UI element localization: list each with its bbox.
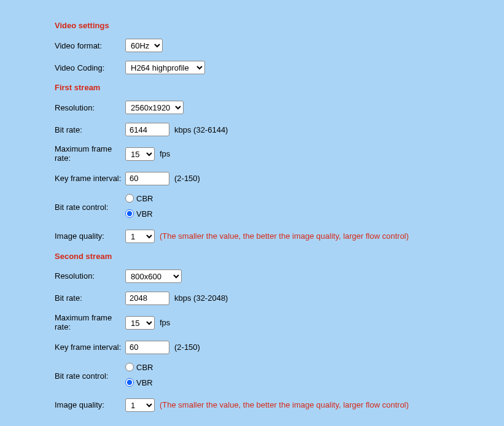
- label-video-coding: Video Coding:: [55, 63, 125, 72]
- label-s1-iq: Image quality:: [55, 231, 125, 241]
- section-header-first-stream: First stream: [55, 83, 504, 92]
- s1-brc-cbr-radio[interactable]: [125, 194, 134, 203]
- s2-fps-hint: fps: [160, 318, 170, 327]
- s2-iq-select[interactable]: 1: [125, 398, 155, 412]
- s1-fps-hint: fps: [160, 149, 170, 158]
- s1-brc-vbr-label: VBR: [136, 209, 153, 219]
- label-s1-resolution: Resolution:: [55, 103, 125, 112]
- s1-maxfr-select[interactable]: 15: [125, 147, 155, 161]
- s1-bitrate-input[interactable]: [125, 123, 169, 136]
- section-header-second-stream: Second stream: [55, 252, 504, 261]
- s2-brc-vbr[interactable]: VBR: [125, 378, 153, 387]
- label-s1-bitrate: Bit rate:: [55, 125, 125, 134]
- s1-bitrate-hint: kbps (32-6144): [174, 125, 228, 134]
- label-s1-kfi: Key frame interval:: [55, 174, 125, 183]
- s2-maxfr-select[interactable]: 15: [125, 316, 155, 330]
- s1-brc-vbr-radio[interactable]: [125, 209, 134, 218]
- label-s2-resolution: Resolution:: [55, 271, 125, 281]
- label-s1-maxfr: Maximum frame rate:: [55, 145, 125, 163]
- label-s2-iq: Image quality:: [55, 400, 125, 409]
- label-s2-kfi: Key frame interval:: [55, 343, 125, 352]
- s1-kfi-hint: (2-150): [174, 174, 200, 183]
- s2-iq-hint: (The smaller the value, the better the i…: [160, 400, 409, 409]
- s1-brc-cbr-label: CBR: [136, 194, 153, 203]
- label-s1-brc: Bit rate control:: [55, 203, 125, 212]
- s2-kfi-hint: (2-150): [174, 343, 200, 352]
- s2-bitrate-input[interactable]: [125, 292, 169, 305]
- s2-brc-vbr-radio[interactable]: [125, 378, 134, 387]
- s2-kfi-input[interactable]: [125, 341, 169, 354]
- s2-resolution-select[interactable]: 800x600: [125, 269, 182, 283]
- video-coding-select[interactable]: H264 highprofile: [125, 61, 205, 74]
- section-header-video-settings: Video settings: [55, 21, 504, 30]
- s1-resolution-select[interactable]: 2560x1920: [125, 101, 184, 114]
- s2-brc-vbr-label: VBR: [136, 378, 153, 387]
- s2-bitrate-hint: kbps (32-2048): [174, 293, 228, 303]
- label-s2-maxfr: Maximum frame rate:: [55, 314, 125, 332]
- s2-brc-cbr[interactable]: CBR: [125, 363, 153, 372]
- s2-brc-cbr-label: CBR: [136, 363, 153, 372]
- label-s2-bitrate: Bit rate:: [55, 293, 125, 303]
- s1-brc-cbr[interactable]: CBR: [125, 194, 153, 203]
- label-video-format: Video format:: [55, 41, 125, 50]
- label-s2-brc: Bit rate control:: [55, 371, 125, 381]
- s1-brc-vbr[interactable]: VBR: [125, 209, 153, 219]
- s1-iq-select[interactable]: 1: [125, 230, 155, 243]
- s1-iq-hint: (The smaller the value, the better the i…: [160, 231, 409, 241]
- s2-brc-cbr-radio[interactable]: [125, 363, 134, 371]
- s1-kfi-input[interactable]: [125, 172, 169, 185]
- video-format-select[interactable]: 60Hz: [125, 39, 163, 52]
